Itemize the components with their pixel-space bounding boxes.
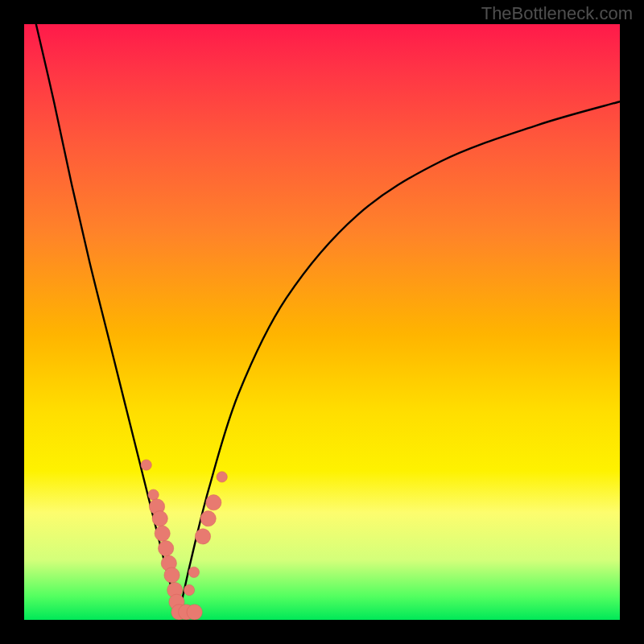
data-marker: [141, 460, 151, 470]
curve-right-branch: [179, 101, 620, 613]
data-marker: [159, 541, 174, 556]
data-marker: [217, 472, 227, 482]
data-marker: [187, 605, 202, 620]
chart-svg: [24, 24, 620, 620]
data-marker: [155, 526, 170, 541]
watermark-text: TheBottleneck.com: [481, 3, 633, 24]
data-marker: [164, 568, 180, 583]
data-marker: [184, 584, 194, 595]
data-marker: [195, 529, 210, 544]
marker-layer: [141, 460, 227, 620]
data-marker: [188, 567, 199, 577]
plot-area: [24, 24, 620, 620]
data-marker: [148, 489, 159, 500]
data-marker: [152, 511, 167, 526]
chart-frame: TheBottleneck.com: [0, 0, 644, 644]
data-marker: [200, 511, 216, 526]
curve-layer: [36, 24, 620, 614]
data-marker: [206, 495, 221, 510]
